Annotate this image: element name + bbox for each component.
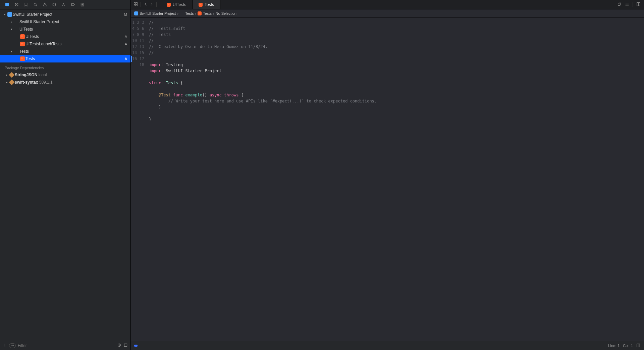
filter-input[interactable] [18, 343, 115, 348]
project-icon [7, 12, 12, 17]
file-row[interactable]: TestsA [0, 55, 130, 62]
find-navigator-icon[interactable] [33, 2, 38, 7]
square-filter-icon[interactable] [123, 343, 128, 348]
refresh-icon[interactable] [617, 2, 622, 7]
file-row[interactable]: UITestsA [0, 33, 130, 40]
folder-row[interactable]: ▾Tests [0, 48, 130, 55]
swift-file-icon [198, 11, 202, 15]
project-icon [134, 11, 138, 15]
file-row[interactable]: UITestsLaunchTestsA [0, 40, 130, 48]
jump-bar[interactable]: SwiftUI Starter Project›Tests›Tests›No S… [131, 9, 644, 17]
source-editor[interactable]: 1 2 3 4 5 6 7 8 9 10 11 12 13 14 15 16 1… [131, 17, 644, 341]
folder-icon [14, 50, 19, 53]
svg-rect-0 [5, 3, 9, 6]
add-editor-icon[interactable] [636, 2, 641, 7]
project-root-label: SwiftUI Starter Project [13, 12, 122, 17]
breadcrumb-item[interactable]: No Selection [216, 11, 236, 15]
folder-icon [14, 20, 19, 24]
scm-filter-icon[interactable] [9, 343, 16, 348]
line-number-gutter: 1 2 3 4 5 6 7 8 9 10 11 12 13 14 15 16 1… [131, 17, 147, 341]
chevron-right-icon: › [213, 11, 214, 15]
source-control-navigator-icon[interactable] [14, 2, 19, 7]
folder-row[interactable]: ▸SwiftUI Starter Project [0, 18, 130, 26]
svg-point-4 [11, 345, 12, 346]
disclosure-icon[interactable]: ▸ [5, 73, 9, 77]
report-navigator-icon[interactable] [80, 2, 85, 7]
package-icon [9, 72, 15, 78]
editor-tab[interactable]: Tests [193, 0, 220, 9]
folder-icon [14, 28, 19, 31]
status-bar: Line: 1 Col: 1 [131, 341, 644, 350]
add-icon[interactable] [3, 343, 7, 348]
breadcrumb-item[interactable]: SwiftUI Starter Project [134, 11, 176, 15]
svg-rect-7 [124, 344, 127, 346]
cursor-col-value: 1 [631, 344, 633, 348]
disclosure-icon[interactable]: ▸ [5, 81, 9, 84]
svg-rect-11 [136, 4, 137, 6]
breadcrumb-item[interactable]: Tests [198, 11, 212, 15]
folder-row[interactable]: ▾UITests [0, 26, 130, 33]
editor-area: UITestsTests SwiftUI Starter Project›Tes… [131, 0, 644, 350]
swift-file-icon [167, 3, 171, 7]
tab-label: UITests [173, 2, 186, 7]
tree-item-label: Tests [25, 56, 123, 61]
scm-status-badge: A [125, 42, 127, 46]
clock-filter-icon[interactable] [117, 343, 121, 348]
cursor-line-value: 1 [618, 344, 620, 348]
bookmark-navigator-icon[interactable] [23, 2, 28, 7]
adjust-editor-icon[interactable] [625, 2, 629, 7]
chevron-right-icon: › [195, 11, 197, 15]
test-navigator-icon[interactable] [52, 2, 56, 7]
svg-point-5 [13, 345, 14, 346]
package-label: swift-syntax 509.1.1 [15, 80, 127, 85]
cursor-col-label: Col: [623, 344, 630, 348]
svg-rect-14 [639, 344, 640, 347]
svg-rect-10 [134, 4, 136, 6]
back-icon[interactable] [144, 2, 148, 7]
tree-item-label: UITestsLaunchTests [25, 42, 123, 46]
project-root-row[interactable]: ▾SwiftUI Starter ProjectM [0, 11, 130, 18]
disclosure-icon[interactable]: ▾ [3, 13, 7, 16]
swift-file-icon [20, 56, 25, 61]
tab-bar: UITestsTests [131, 0, 644, 9]
issue-navigator-icon[interactable] [42, 2, 47, 7]
package-row[interactable]: ▸StringJSON local [0, 71, 130, 79]
navigator-sidebar: ▾SwiftUI Starter ProjectM▸SwiftUI Starte… [0, 0, 131, 350]
scm-status-badge: A [125, 57, 127, 61]
tab-label: Tests [205, 2, 214, 7]
scm-status-badge: M [124, 12, 127, 16]
folder-icon [180, 12, 184, 15]
breadcrumb-label: Tests [203, 11, 212, 15]
disclosure-icon[interactable]: ▾ [9, 28, 13, 31]
code-content[interactable]: // // Tests.swift // Tests // // Created… [147, 17, 644, 341]
swift-file-icon [20, 42, 25, 46]
debug-indicator-icon[interactable] [134, 345, 138, 347]
breadcrumb-label: No Selection [216, 11, 236, 15]
disclosure-icon[interactable]: ▾ [9, 50, 13, 53]
cursor-line-label: Line: [608, 344, 616, 348]
package-icon [9, 80, 15, 85]
svg-rect-9 [136, 2, 137, 4]
project-navigator-tree[interactable]: ▾SwiftUI Starter ProjectM▸SwiftUI Starte… [0, 9, 130, 341]
tree-item-label: UITests [25, 34, 123, 39]
project-navigator-icon[interactable] [5, 2, 9, 7]
related-items-icon[interactable] [133, 2, 138, 7]
tree-item-label: SwiftUI Starter Project [19, 19, 127, 24]
breakpoint-navigator-icon[interactable] [70, 2, 75, 7]
tree-item-label: Tests [19, 49, 127, 54]
disclosure-icon[interactable]: ▸ [9, 20, 13, 24]
minimap-toggle-icon[interactable] [636, 343, 641, 348]
swift-file-icon [199, 3, 203, 7]
tree-item-label: UITests [19, 27, 127, 32]
scm-status-badge: A [125, 35, 127, 39]
editor-tab[interactable]: UITests [161, 0, 193, 9]
breadcrumb-item[interactable]: Tests [180, 11, 194, 15]
debug-navigator-icon[interactable] [61, 2, 66, 7]
svg-point-2 [34, 3, 36, 5]
svg-rect-8 [134, 2, 136, 4]
breadcrumb-label: SwiftUI Starter Project [140, 11, 176, 15]
current-line-marker [131, 56, 132, 62]
swift-file-icon [20, 34, 25, 39]
package-row[interactable]: ▸swift-syntax 509.1.1 [0, 79, 130, 86]
forward-icon[interactable] [149, 2, 154, 7]
